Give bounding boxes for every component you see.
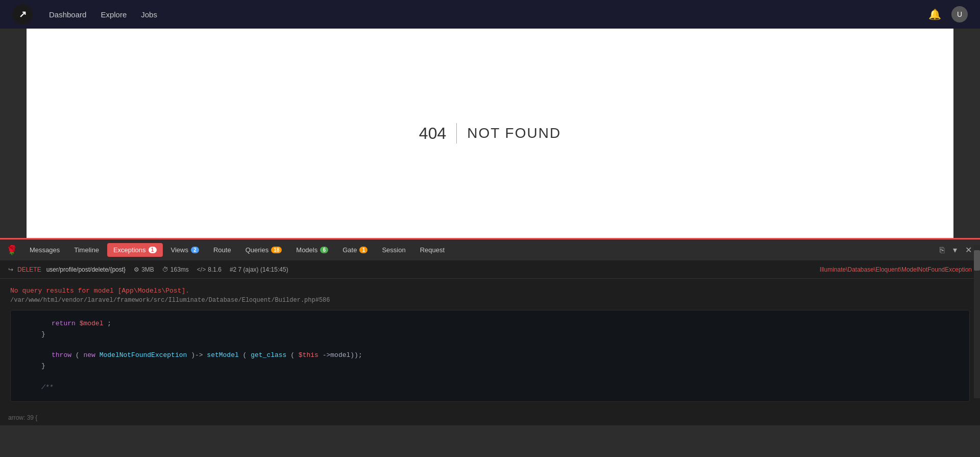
tab-session[interactable]: Session <box>376 243 411 257</box>
scrollbar-track[interactable] <box>974 245 980 398</box>
views-badge: 2 <box>191 247 199 253</box>
code-line-1: return $model ; <box>21 319 959 329</box>
debug-bottom-bar: arrow: 39 { <box>0 410 980 425</box>
app-logo[interactable]: ↗ <box>12 4 33 25</box>
request-method-route: ↪ DELETE user/profile/post/delete/{post} <box>8 266 126 273</box>
main-content-panel: 404 NOT FOUND <box>27 29 953 238</box>
tab-exceptions[interactable]: Exceptions 1 <box>107 243 163 257</box>
tab-views[interactable]: Views 2 <box>165 243 205 257</box>
code-line-2: } <box>21 329 959 340</box>
close-icon[interactable]: ✕ <box>963 243 974 257</box>
http-method: DELETE <box>17 266 41 273</box>
tab-request[interactable]: Request <box>414 243 451 257</box>
exception-class-name: Illuminate\Database\Eloquent\ModelNotFou… <box>820 266 972 273</box>
debug-info-bar: ↪ DELETE user/profile/post/delete/{post}… <box>0 260 980 279</box>
error-code: 404 <box>419 124 446 143</box>
gate-badge: 1 <box>359 247 368 253</box>
top-navigation: ↗ Dashboard Explore Jobs 🔔 U <box>0 0 980 29</box>
exceptions-badge: 1 <box>149 247 157 253</box>
clock-icon: ⏱ <box>162 266 168 273</box>
models-badge: 6 <box>320 247 328 253</box>
copy-icon[interactable]: ⎘ <box>938 244 947 257</box>
tab-route[interactable]: Route <box>207 243 237 257</box>
code-line-3 <box>21 340 959 351</box>
exception-class-display: Illuminate\Database\Eloquent\ModelNotFou… <box>820 266 972 273</box>
exception-file-path: /var/www/html/vendor/laravel/framework/s… <box>10 297 970 304</box>
exception-panel: No query results for model [App\Models\P… <box>0 279 980 410</box>
scrollbar-thumb[interactable] <box>974 250 980 271</box>
nav-dashboard[interactable]: Dashboard <box>49 10 86 19</box>
queries-badge: 18 <box>271 247 282 253</box>
nav-right: 🔔 U <box>928 6 968 22</box>
code-block: return $model ; } throw ( new ModelNotFo… <box>10 310 970 402</box>
code-line-6 <box>21 372 959 382</box>
tab-queries[interactable]: Queries 18 <box>239 243 288 257</box>
tab-timeline[interactable]: Timeline <box>68 243 105 257</box>
debug-toolbar: 🌹 Messages Timeline Exceptions 1 Views 2… <box>0 238 980 260</box>
arrow-icon: ↪ <box>8 266 13 273</box>
response-time: ⏱ 163ms <box>162 266 189 273</box>
memory-icon: ⚙ <box>134 266 139 273</box>
code-line-4: throw ( new ModelNotFoundException )-> s… <box>21 350 959 361</box>
route-path: user/profile/post/delete/{post} <box>46 266 126 273</box>
error-display: 404 NOT FOUND <box>419 123 561 143</box>
laravel-debugbar-logo: 🌹 <box>6 245 17 256</box>
bottom-bar-text: arrow: 39 { <box>8 414 37 421</box>
nav-links: Dashboard Explore Jobs <box>49 10 912 19</box>
tab-models[interactable]: Models 6 <box>290 243 334 257</box>
notification-bell-icon[interactable]: 🔔 <box>928 8 941 20</box>
code-line-5: } <box>21 361 959 372</box>
tab-messages[interactable]: Messages <box>23 243 66 257</box>
error-divider <box>456 123 457 143</box>
php-version: </> 8.1.6 <box>197 266 222 273</box>
memory-usage: ⚙ 3MB <box>134 266 154 273</box>
user-avatar[interactable]: U <box>951 6 968 22</box>
tab-gate[interactable]: Gate 1 <box>336 243 374 257</box>
code-line-7: /** <box>21 382 959 393</box>
request-info: #2 7 (ajax) (14:15:45) <box>230 266 288 273</box>
error-message: NOT FOUND <box>467 125 561 141</box>
exception-message: No query results for model [App\Models\P… <box>10 287 970 295</box>
toolbar-right-controls: ⎘ ▾ ✕ <box>938 243 974 257</box>
php-icon: </> <box>197 266 206 273</box>
nav-jobs[interactable]: Jobs <box>141 10 157 19</box>
nav-explore[interactable]: Explore <box>101 10 127 19</box>
chevron-down-icon[interactable]: ▾ <box>951 243 959 257</box>
